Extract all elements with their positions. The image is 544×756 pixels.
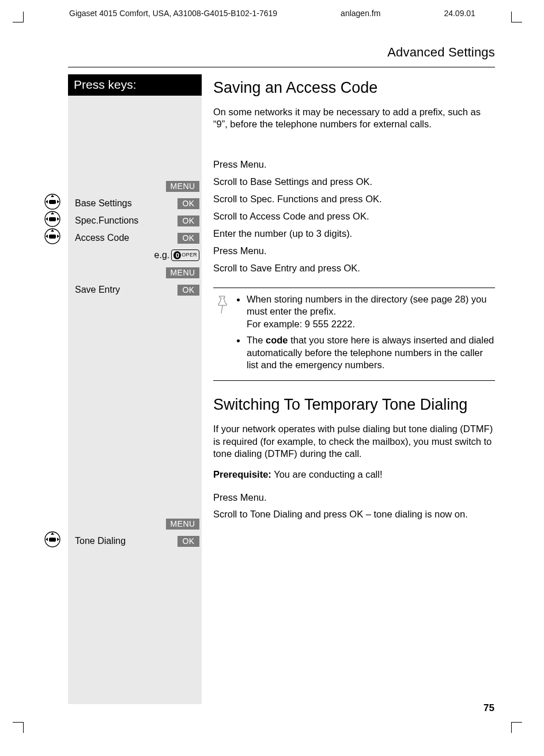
divider (68, 67, 495, 67)
breadcrumb: Advanced Settings (40, 44, 495, 61)
svg-marker-19 (57, 538, 59, 541)
step-text: Scroll to Base Settings and press OK. (213, 173, 495, 191)
menu-item-label: Save Entry (68, 284, 177, 296)
menu-softkey: MENU (166, 519, 199, 530)
header-file: anlagen.fm (341, 8, 380, 18)
note-item: The code that you store here is always i… (247, 334, 495, 371)
steps-column: Press keys: MENU Base Settings OK (40, 74, 205, 704)
svg-marker-18 (46, 538, 48, 541)
step-text: Scroll to Access Code and press OK. (213, 208, 495, 225)
ok-softkey: OK (177, 216, 199, 226)
svg-marker-17 (51, 532, 54, 535)
section-heading: Saving an Access Code (213, 78, 495, 98)
svg-rect-6 (49, 217, 56, 221)
crop-mark-icon (13, 722, 24, 733)
eg-label: e.g. (154, 250, 170, 262)
svg-line-20 (221, 305, 222, 313)
header-date: 24.09.01 (444, 8, 475, 18)
body-text: On some networks it may be necessary to … (213, 106, 495, 131)
note-box: When storing numbers in the directory (s… (213, 288, 495, 381)
svg-rect-11 (49, 235, 56, 239)
section-heading: Switching To Temporary Tone Dialing (213, 395, 495, 415)
step-text: Scroll to Tone Dialing and press OK – to… (213, 506, 495, 520)
menu-item-label: Tone Dialing (68, 535, 177, 547)
body-text: If your network operates with pulse dial… (213, 423, 495, 460)
step-text: Press Menu. (213, 156, 495, 173)
svg-marker-14 (57, 235, 59, 238)
menu-softkey: MENU (166, 181, 199, 192)
running-header: Gigaset 4015 Comfort, USA, A31008-G4015-… (69, 8, 509, 18)
svg-marker-8 (46, 217, 48, 221)
note-item: When storing numbers in the directory (s… (247, 293, 495, 330)
svg-marker-12 (51, 229, 54, 232)
menu-item-label: Access Code (68, 232, 177, 244)
svg-rect-16 (49, 538, 56, 542)
step-text: Enter the number (up to 3 digits). (213, 225, 495, 243)
svg-rect-1 (49, 200, 56, 204)
step-text: Press Menu. (213, 243, 495, 260)
zero-oper-key-icon: 0OPER (171, 250, 199, 261)
nav-key-icon (44, 228, 61, 248)
page: Gigaset 4015 Comfort, USA, A31008-G4015-… (0, 0, 544, 756)
nav-key-icon (44, 531, 61, 551)
crop-mark-icon (13, 12, 24, 22)
pushpin-icon (213, 293, 236, 375)
menu-softkey: MENU (166, 267, 199, 278)
crop-mark-icon (511, 722, 522, 733)
page-number: 75 (483, 702, 494, 715)
svg-marker-13 (46, 235, 48, 238)
crop-mark-icon (511, 12, 522, 22)
ok-softkey: OK (177, 198, 199, 209)
svg-marker-9 (57, 217, 59, 221)
body-text: Prerequisite: You are conducting a call! (213, 468, 495, 481)
ok-softkey: OK (177, 285, 199, 296)
step-text: Scroll to Save Entry and press OK. (213, 260, 495, 277)
step-text: Press Menu. (213, 489, 495, 506)
svg-marker-2 (51, 195, 54, 197)
svg-marker-4 (57, 200, 59, 203)
svg-marker-7 (51, 212, 54, 214)
content-column: Saving an Access Code On some networks i… (205, 74, 509, 704)
ok-softkey: OK (177, 233, 199, 244)
step-text: Scroll to Spec. Functions and press OK. (213, 191, 495, 208)
menu-item-label: Spec.Functions (68, 215, 177, 227)
svg-marker-3 (46, 200, 48, 203)
press-keys-heading: Press keys: (68, 74, 202, 96)
header-doc: Gigaset 4015 Comfort, USA, A31008-G4015-… (69, 8, 277, 18)
menu-item-label: Base Settings (68, 198, 177, 210)
ok-softkey: OK (177, 536, 199, 547)
